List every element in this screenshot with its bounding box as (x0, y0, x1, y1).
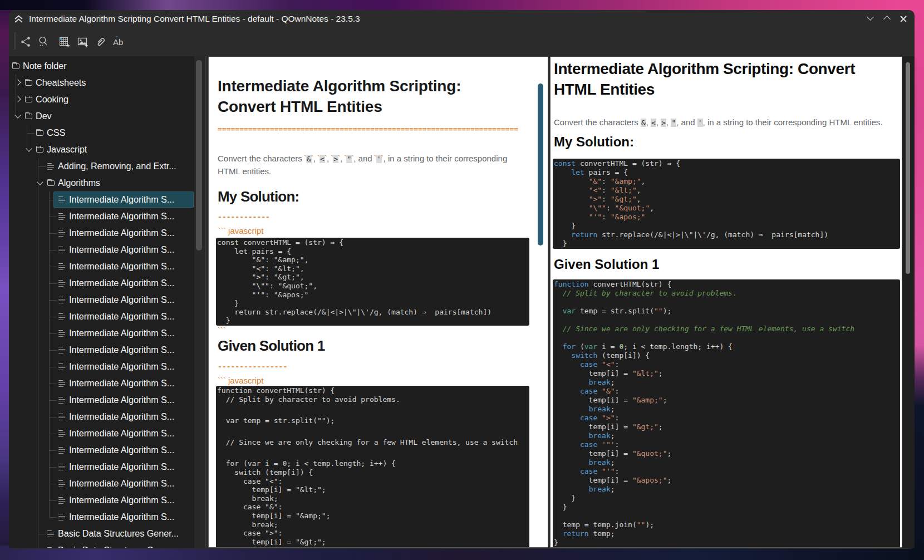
format-text-button[interactable]: Ab (112, 36, 125, 48)
collapse-window-icon[interactable] (14, 14, 23, 23)
chevron-down-icon (867, 13, 874, 21)
tree-item-intermediate-algorithm-s[interactable]: Intermediate Algorithm S... (9, 409, 194, 425)
tree-item-basic-data-structures-gener[interactable]: Basic Data Structures Gener... (9, 525, 194, 542)
preview-code-block-1: const convertHTML = (str) ⇒ { let pairs … (553, 159, 900, 249)
tree-item-intermediate-algorithm-s[interactable]: Intermediate Algorithm S... (9, 475, 194, 492)
tree-guide-stub (50, 367, 57, 367)
window-title: Intermediate Algorithm Scripting Convert… (29, 14, 360, 24)
tree-item-label: Intermediate Algorithm S... (69, 495, 174, 505)
note-icon (58, 380, 65, 387)
tree-item-label: Basic Data Structures Gener... (58, 528, 179, 539)
tree-item-basic-data-structures-gener[interactable]: Basic Data Structures Gener... (9, 542, 194, 548)
tree-item-intermediate-algorithm-s[interactable]: Intermediate Algorithm S... (9, 425, 194, 442)
note-icon (58, 414, 65, 421)
tree-item-algorithms[interactable]: Algorithms (9, 175, 194, 191)
tree-item-label: Intermediate Algorithm S... (69, 428, 174, 439)
tree-item-intermediate-algorithm-s[interactable]: Intermediate Algorithm S... (9, 191, 194, 208)
tree-item-intermediate-algorithm-s[interactable]: Intermediate Algorithm S... (9, 275, 194, 292)
tree-guide-stub (50, 400, 57, 401)
sidebar-scrollbar-track[interactable] (194, 56, 205, 548)
tree-item-intermediate-algorithm-s[interactable]: Intermediate Algorithm S... (9, 392, 194, 409)
share-button[interactable] (20, 36, 32, 48)
tree-item-intermediate-algorithm-s[interactable]: Intermediate Algorithm S... (9, 358, 194, 375)
tree-guide-line (38, 158, 38, 548)
tree-guide-line (16, 75, 16, 116)
editor-title-line1: Intermediate Algorithm Scripting: (218, 77, 461, 95)
note-icon (47, 163, 54, 170)
tree-guide-stub (50, 417, 57, 417)
attach-file-button[interactable] (95, 36, 107, 48)
backtick: ` (351, 154, 354, 163)
tree-guide-stub (50, 467, 57, 468)
tree-item-label: Intermediate Algorithm S... (69, 194, 174, 205)
tree-item-intermediate-algorithm-s[interactable]: Intermediate Algorithm S... (9, 342, 194, 358)
tree-item-intermediate-algorithm-s[interactable]: Intermediate Algorithm S... (9, 242, 194, 258)
editor-fence-open-2: ```javascript (218, 376, 263, 385)
tree-item-css[interactable]: CSS (9, 125, 194, 141)
tree-item-intermediate-algorithm-s[interactable]: Intermediate Algorithm S... (9, 492, 194, 509)
editor-paragraph-line1: Convert the characters `&`, `<`, `>`, `"… (218, 154, 507, 163)
preview-scrollbar-track[interactable] (902, 56, 915, 548)
find-in-note-button[interactable] (37, 36, 50, 48)
tree-item-intermediate-algorithm-s[interactable]: Intermediate Algorithm S... (9, 459, 194, 475)
tree-item-intermediate-algorithm-s[interactable]: Intermediate Algorithm S... (9, 225, 194, 242)
tree-item-label: Intermediate Algorithm S... (69, 311, 174, 322)
tree-guide-stub (38, 534, 46, 534)
close-button[interactable] (897, 12, 910, 26)
insert-image-button[interactable] (76, 36, 89, 48)
tree-item-dev[interactable]: Dev (9, 108, 194, 125)
note-folder-tree[interactable]: Note folderCheatsheetsCookingDevCSSJavas… (9, 56, 205, 548)
tree-item-adding-removing-and-extr[interactable]: Adding, Removing, and Extr... (9, 158, 194, 175)
tree-item-intermediate-algorithm-s[interactable]: Intermediate Algorithm S... (9, 442, 194, 459)
tree-guide-stub (38, 166, 46, 167)
svg-text:Ab: Ab (113, 37, 123, 47)
tree-item-intermediate-algorithm-s[interactable]: Intermediate Algorithm S... (9, 375, 194, 392)
note-icon (58, 514, 65, 521)
tree-item-label: Intermediate Algorithm S... (69, 211, 174, 222)
tree-guide-stub (50, 267, 57, 267)
tree-item-label: Intermediate Algorithm S... (69, 345, 174, 355)
tree-item-intermediate-algorithm-s[interactable]: Intermediate Algorithm S... (9, 308, 194, 325)
tree-item-label: CSS (47, 127, 65, 138)
sidebar-scrollbar-handle[interactable] (196, 60, 202, 250)
tree-item-label: Note folder (23, 61, 67, 71)
note-preview[interactable]: Intermediate Algorithm Scripting: Conver… (550, 56, 902, 548)
minimize-button[interactable] (864, 12, 878, 26)
tree-item-intermediate-algorithm-s[interactable]: Intermediate Algorithm S... (9, 258, 194, 275)
tree-item-note-folder[interactable]: Note folder (9, 58, 194, 75)
tree-item-label: Cheatsheets (36, 77, 86, 88)
folder-icon (25, 97, 32, 102)
tree-item-javascript[interactable]: Javascript (9, 141, 194, 158)
tree-item-intermediate-algorithm-s[interactable]: Intermediate Algorithm S... (9, 509, 194, 525)
tree-item-label: Intermediate Algorithm S... (69, 294, 174, 305)
markdown-editor[interactable]: Intermediate Algorithm Scripting: Conver… (208, 56, 548, 548)
tree-item-intermediate-algorithm-s[interactable]: Intermediate Algorithm S... (9, 208, 194, 225)
toolbar-drag-handle[interactable] (14, 32, 16, 50)
insert-table-button[interactable] (58, 36, 70, 48)
editor-scrollbar-handle[interactable] (538, 83, 543, 245)
tree-item-cheatsheets[interactable]: Cheatsheets (9, 75, 194, 91)
tree-guide-stub (50, 434, 57, 434)
note-icon (58, 330, 65, 337)
inline-code: " (671, 119, 676, 127)
note-icon (58, 464, 65, 471)
editor-heading-given-solution: Given Solution 1 (218, 337, 325, 355)
tree-item-label: Intermediate Algorithm S... (69, 411, 174, 422)
preview-scrollbar-handle[interactable] (906, 62, 910, 274)
maximize-button[interactable] (881, 12, 894, 26)
preview-paragraph: Convert the characters &, <, >, ", and '… (554, 117, 883, 127)
tree-item-label: Basic Data Structures Gener... (58, 545, 179, 548)
preview-heading-my-solution: My Solution: (554, 134, 634, 150)
tree-item-cooking[interactable]: Cooking (9, 91, 194, 108)
inline-code: < (651, 119, 656, 127)
editor-fence-open-1: ```javascript (218, 226, 263, 235)
folder-icon (25, 114, 32, 119)
tree-item-label: Intermediate Algorithm S... (69, 445, 174, 455)
tree-item-intermediate-algorithm-s[interactable]: Intermediate Algorithm S... (9, 292, 194, 308)
tree-guide-stub (50, 200, 57, 200)
tree-item-label: Intermediate Algorithm S... (69, 478, 174, 489)
tree-item-intermediate-algorithm-s[interactable]: Intermediate Algorithm S... (9, 325, 194, 342)
folder-icon (12, 63, 19, 69)
tree-guide-stub (50, 317, 57, 317)
backtick: ` (338, 154, 341, 163)
